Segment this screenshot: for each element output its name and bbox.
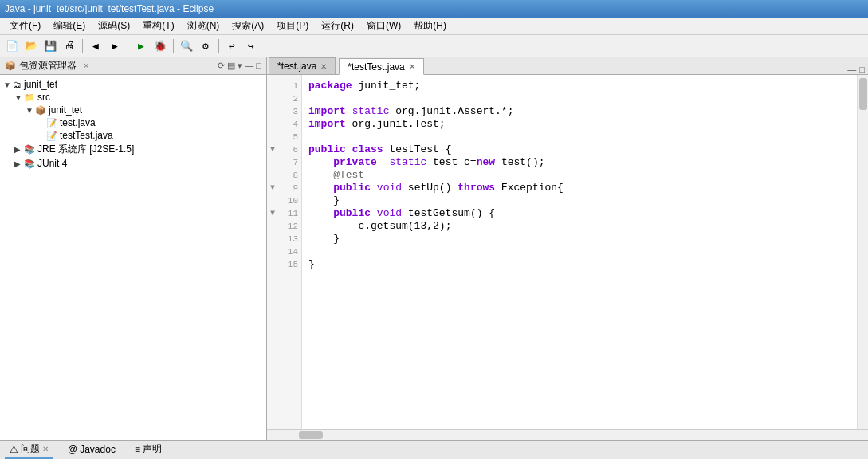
problems-label: 问题 [21, 442, 40, 456]
toolbar-new[interactable]: 📄 [3, 37, 21, 55]
tree-arrow-2: ▼ [26, 106, 33, 115]
toolbar-print[interactable]: 🖨 [61, 37, 78, 55]
tab-bar: *test.java ✕ *testTest.java ✕ — □ [267, 57, 868, 75]
tree-item-2[interactable]: ▼📦junit_tet [0, 104, 266, 116]
tree-icon-1: 📁 [24, 92, 35, 103]
title-text: Java - junit_tet/src/junit_tet/testTest.… [5, 3, 214, 14]
tab-testtest-java[interactable]: *testTest.java ✕ [339, 58, 423, 75]
tree-icon-5: 📚 [24, 144, 35, 155]
toolbar: 📄 📂 💾 🖨 ◀ ▶ ▶ 🐞 🔍 ⚙ ↩ ↪ [0, 35, 868, 57]
tab-bar-tools: — □ [847, 65, 868, 74]
tree-arrow-5: ▶ [14, 145, 22, 154]
toolbar-sep3 [173, 39, 174, 53]
toolbar-sep4 [218, 39, 219, 53]
javadoc-icon: @ [68, 444, 77, 455]
tree-item-3[interactable]: 📝test.java [0, 116, 266, 129]
menu-item-文件F[interactable]: 文件(F) [3, 18, 47, 34]
tree-label-0: junit_tet [24, 79, 57, 90]
collapse-testgetsum[interactable]: ▼ [270, 207, 275, 220]
tree-item-1[interactable]: ▼📁src [0, 91, 266, 104]
explorer-tree: ▼🗂junit_tet▼📁src▼📦junit_tet📝test.java📝te… [0, 75, 266, 440]
code-area[interactable]: package junit_tet; import static org.jun… [302, 75, 857, 429]
problems-close[interactable]: ✕ [42, 445, 49, 453]
menu-item-源码S[interactable]: 源码(S) [92, 18, 136, 34]
tree-label-3: test.java [60, 117, 96, 128]
bottom-panel: ⚠ 问题 ✕ @ Javadoc ≡ 声明 [0, 440, 868, 459]
toolbar-undo[interactable]: ↩ [223, 37, 241, 55]
tree-icon-3: 📝 [46, 118, 57, 128]
toolbar-sep1 [82, 39, 83, 53]
toolbar-run[interactable]: ▶ [132, 37, 150, 55]
declaration-label: 声明 [143, 442, 162, 456]
menu-bar: 文件(F)编辑(E)源码(S)重构(T)浏览(N)搜索(A)项目(P)运行(R)… [0, 18, 868, 35]
package-explorer: 📦 包资源管理器 ✕ ⟳ ▤ ▾ — □ ▼🗂junit_tet▼📁src▼📦j… [0, 57, 267, 440]
problems-icon: ⚠ [10, 444, 18, 455]
menu-item-搜索A[interactable]: 搜索(A) [226, 18, 270, 34]
toolbar-sep2 [128, 39, 128, 53]
gutter: ▼ ▼ ▼ [267, 75, 278, 429]
menu-item-窗口W[interactable]: 窗口(W) [360, 18, 407, 34]
bottom-tab-problems[interactable]: ⚠ 问题 ✕ [5, 441, 53, 459]
right-scrollbar[interactable] [857, 75, 868, 429]
tab-test-java-close[interactable]: ✕ [320, 62, 327, 71]
tree-item-4[interactable]: 📝testTest.java [0, 129, 266, 142]
bottom-scrollbar[interactable] [267, 429, 868, 440]
toolbar-redo[interactable]: ↪ [242, 37, 260, 55]
toolbar-debug[interactable]: 🐞 [151, 37, 169, 55]
explorer-collapse[interactable]: ▤ [227, 61, 235, 71]
main-area: 📦 包资源管理器 ✕ ⟳ ▤ ▾ — □ ▼🗂junit_tet▼📁src▼📦j… [0, 57, 868, 440]
tab-testtest-java-close[interactable]: ✕ [409, 62, 415, 71]
toolbar-save[interactable]: 💾 [41, 37, 59, 55]
tab-test-java-label: *test.java [277, 61, 316, 72]
tree-label-2: junit_tet [49, 104, 82, 116]
tree-icon-2: 📦 [35, 105, 46, 116]
menu-item-项目P[interactable]: 项目(P) [270, 18, 315, 34]
menu-item-帮助H[interactable]: 帮助(H) [407, 18, 453, 34]
menu-item-重构T[interactable]: 重构(T) [136, 18, 180, 34]
explorer-maximize[interactable]: □ [256, 61, 261, 71]
toolbar-more[interactable]: ⚙ [197, 37, 214, 55]
explorer-title: 📦 包资源管理器 ✕ [5, 59, 89, 73]
toolbar-search[interactable]: 🔍 [178, 37, 195, 55]
explorer-header: 📦 包资源管理器 ✕ ⟳ ▤ ▾ — □ [0, 57, 266, 75]
tree-arrow-1: ▼ [14, 93, 22, 102]
tree-icon-6: 📚 [24, 159, 35, 169]
tree-icon-0: 🗂 [13, 80, 22, 89]
menu-item-编辑E[interactable]: 编辑(E) [47, 18, 92, 34]
tree-label-5: JRE 系统库 [J2SE-1.5] [37, 143, 134, 156]
menu-item-运行R[interactable]: 运行(R) [315, 18, 360, 34]
explorer-minimize[interactable]: — [245, 61, 253, 71]
collapse-setup[interactable]: ▼ [270, 182, 275, 194]
tree-label-6: JUnit 4 [37, 158, 67, 169]
explorer-sync[interactable]: ⟳ [218, 61, 225, 71]
toolbar-open[interactable]: 📂 [22, 37, 40, 55]
title-bar: Java - junit_tet/src/junit_tet/testTest.… [0, 0, 868, 18]
tree-icon-4: 📝 [46, 131, 57, 141]
tree-item-6[interactable]: ▶📚JUnit 4 [0, 157, 266, 170]
explorer-title-text: 包资源管理器 [19, 59, 77, 73]
explorer-tools: ⟳ ▤ ▾ — □ [218, 61, 261, 71]
toolbar-forward[interactable]: ▶ [106, 37, 124, 55]
bottom-tab-javadoc[interactable]: @ Javadoc [63, 442, 120, 458]
editor-area: *test.java ✕ *testTest.java ✕ — □ ▼ [267, 57, 868, 440]
explorer-menu[interactable]: ▾ [238, 61, 242, 71]
menu-item-浏览N[interactable]: 浏览(N) [181, 18, 226, 34]
toolbar-back[interactable]: ◀ [87, 37, 104, 55]
tab-minimize[interactable]: — [847, 65, 856, 74]
tree-item-5[interactable]: ▶📚JRE 系统库 [J2SE-1.5] [0, 142, 266, 157]
editor-content: ▼ ▼ ▼ 1 2 3 4 5 6 7 8 9 [267, 75, 868, 429]
tab-testtest-java-label: *testTest.java [348, 61, 404, 73]
tree-label-4: testTest.java [60, 130, 113, 141]
tab-maximize[interactable]: □ [859, 65, 865, 74]
tree-label-1: src [37, 92, 50, 103]
line-numbers: 1 2 3 4 5 6 7 8 9 10 11 12 13 14 15 [278, 75, 302, 429]
declaration-icon: ≡ [135, 444, 140, 455]
tree-item-0[interactable]: ▼🗂junit_tet [0, 78, 266, 91]
javadoc-label: Javadoc [80, 444, 116, 455]
tab-test-java[interactable]: *test.java ✕ [269, 57, 336, 74]
collapse-class[interactable]: ▼ [270, 143, 275, 156]
tree-arrow-0: ▼ [3, 80, 11, 89]
tree-arrow-6: ▶ [14, 159, 22, 168]
bottom-tab-declaration[interactable]: ≡ 声明 [130, 441, 167, 459]
